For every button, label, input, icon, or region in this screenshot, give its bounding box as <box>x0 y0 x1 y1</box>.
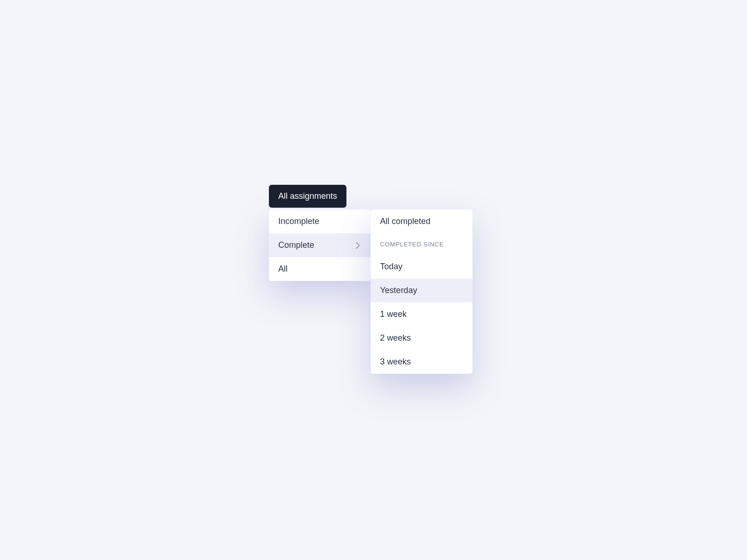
submenu-item-today[interactable]: Today <box>371 255 472 279</box>
dropdown-container: All assignments Incomplete Complete All … <box>269 185 346 208</box>
primary-dropdown-menu: Incomplete Complete All <box>269 210 371 281</box>
menu-item-all[interactable]: All <box>269 257 371 281</box>
secondary-dropdown-menu: All completed Completed since Today Yest… <box>371 210 472 374</box>
submenu-item-1-week[interactable]: 1 week <box>371 302 472 326</box>
menu-item-label: Incomplete <box>278 217 319 226</box>
menu-item-label: Complete <box>278 240 314 250</box>
submenu-item-all-completed[interactable]: All completed <box>371 210 472 233</box>
submenu-item-label: All completed <box>380 217 430 226</box>
submenu-item-label: 3 weeks <box>380 357 411 367</box>
submenu-item-2-weeks[interactable]: 2 weeks <box>371 326 472 350</box>
filter-trigger-label: All assignments <box>278 191 337 201</box>
chevron-right-icon <box>354 242 361 249</box>
menu-item-label: All <box>278 264 288 274</box>
submenu-item-yesterday[interactable]: Yesterday <box>371 279 472 302</box>
menu-item-complete[interactable]: Complete <box>269 233 371 257</box>
submenu-item-label: 1 week <box>380 309 407 319</box>
submenu-item-label: 2 weeks <box>380 333 411 343</box>
filter-trigger-button[interactable]: All assignments <box>269 185 346 208</box>
submenu-section-header: Completed since <box>371 233 472 255</box>
menu-item-incomplete[interactable]: Incomplete <box>269 210 371 233</box>
submenu-item-label: Yesterday <box>380 286 417 295</box>
submenu-item-label: Today <box>380 262 402 272</box>
submenu-item-3-weeks[interactable]: 3 weeks <box>371 350 472 374</box>
